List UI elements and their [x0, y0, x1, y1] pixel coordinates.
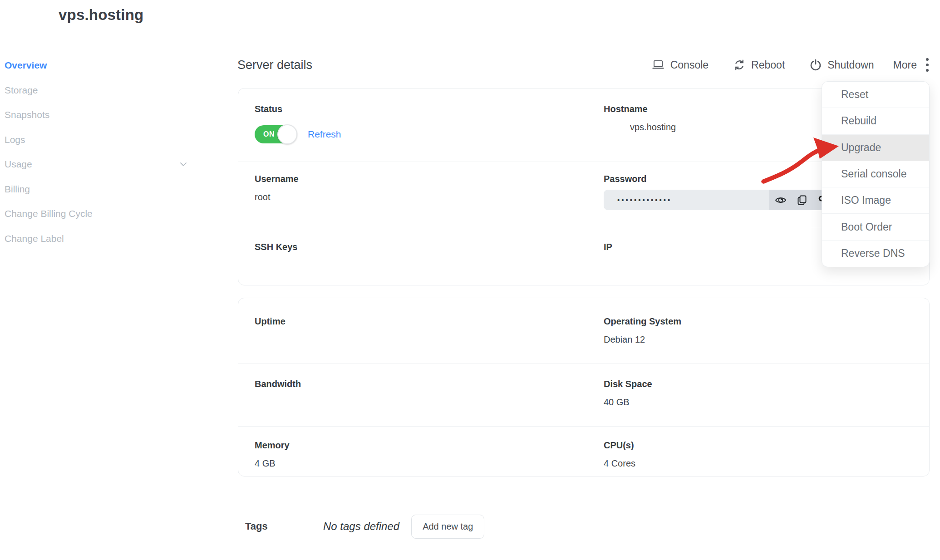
sidebar-item-change-label[interactable]: Change Label: [5, 226, 191, 251]
copy-icon[interactable]: [796, 194, 808, 206]
memory-value: 4 GB: [255, 458, 604, 469]
more-button[interactable]: More: [893, 59, 917, 71]
more-dropdown-menu: Reset Rebuild Upgrade Serial console ISO…: [822, 81, 930, 267]
uptime-label: Uptime: [255, 316, 604, 327]
server-actions-toolbar: Console Reboot Shutdown More: [617, 56, 930, 74]
page-title: vps.hosting: [59, 6, 143, 24]
vps-overview-page: vps.hosting Overview Storage Snapshots L…: [0, 0, 940, 560]
console-button[interactable]: Console: [652, 59, 709, 71]
menu-item-boot-order[interactable]: Boot Order: [822, 214, 929, 240]
kebab-menu-icon[interactable]: [924, 56, 930, 74]
bandwidth-disk-row: Bandwidth Disk Space 40 GB: [238, 364, 929, 427]
menu-item-upgrade[interactable]: Upgrade: [822, 135, 929, 161]
sidebar-item-label: Usage: [5, 159, 32, 170]
server-specs-card: Uptime Operating System Debian 12 Bandwi…: [238, 298, 930, 476]
reboot-sync-icon: [733, 59, 745, 71]
menu-item-serial-console[interactable]: Serial console: [822, 161, 929, 187]
memory-cpu-row: Memory 4 GB CPU(s) 4 Cores: [238, 427, 929, 476]
sidebar-item-change-billing-cycle[interactable]: Change Billing Cycle: [5, 201, 191, 226]
sidebar-item-overview[interactable]: Overview: [5, 53, 191, 78]
console-button-label: Console: [670, 59, 709, 71]
tags-label: Tags: [245, 521, 323, 532]
sidebar-item-snapshots[interactable]: Snapshots: [5, 103, 191, 128]
cpu-value: 4 Cores: [604, 458, 929, 469]
sidebar-item-storage[interactable]: Storage: [5, 78, 191, 103]
more-button-label: More: [893, 59, 917, 71]
os-label: Operating System: [604, 316, 929, 327]
eye-icon[interactable]: [775, 194, 787, 206]
sidebar-item-label: Snapshots: [5, 109, 49, 120]
reboot-button-label: Reboot: [751, 59, 785, 71]
toggle-on-label: ON: [255, 130, 275, 138]
disk-space-label: Disk Space: [604, 379, 929, 389]
sidebar: Overview Storage Snapshots Logs Usage Bi…: [5, 53, 191, 251]
sidebar-item-label: Billing: [5, 184, 30, 195]
chevron-down-icon: [179, 160, 188, 169]
section-title: Server details: [237, 58, 312, 72]
toggle-knob: [277, 124, 297, 144]
password-masked-value: •••••••••••••: [604, 190, 769, 210]
menu-item-reset[interactable]: Reset: [822, 82, 929, 108]
console-laptop-icon: [652, 59, 664, 70]
menu-item-reverse-dns[interactable]: Reverse DNS: [822, 241, 929, 267]
sidebar-item-label: Storage: [5, 85, 38, 96]
memory-label: Memory: [255, 440, 604, 451]
shutdown-power-icon: [810, 59, 822, 71]
sidebar-item-billing[interactable]: Billing: [5, 177, 191, 202]
ssh-keys-label: SSH Keys: [255, 242, 604, 252]
shutdown-button-label: Shutdown: [827, 59, 874, 71]
tags-section: Tags No tags defined Add new tag: [245, 513, 484, 540]
bandwidth-label: Bandwidth: [255, 379, 604, 389]
refresh-link[interactable]: Refresh: [308, 129, 341, 140]
sidebar-item-usage[interactable]: Usage: [5, 152, 191, 177]
password-field: •••••••••••••: [604, 190, 851, 210]
username-value: root: [255, 192, 604, 202]
cpu-label: CPU(s): [604, 440, 929, 451]
status-toggle[interactable]: ON: [255, 125, 296, 143]
username-label: Username: [255, 174, 604, 184]
menu-item-rebuild[interactable]: Rebuild: [822, 108, 929, 134]
reboot-button[interactable]: Reboot: [733, 59, 785, 71]
os-value: Debian 12: [604, 334, 929, 345]
disk-space-value: 40 GB: [604, 397, 929, 408]
sidebar-item-logs[interactable]: Logs: [5, 128, 191, 152]
sidebar-item-label: Change Label: [5, 233, 64, 244]
sidebar-item-label: Change Billing Cycle: [5, 208, 93, 219]
tags-empty-text: No tags defined: [323, 520, 399, 533]
add-new-tag-button[interactable]: Add new tag: [411, 515, 484, 539]
uptime-os-row: Uptime Operating System Debian 12: [238, 298, 929, 364]
sidebar-item-label: Overview: [5, 60, 47, 71]
menu-item-iso-image[interactable]: ISO Image: [822, 187, 929, 214]
shutdown-button[interactable]: Shutdown: [810, 59, 874, 71]
sidebar-item-label: Logs: [5, 134, 25, 145]
status-label: Status: [255, 104, 604, 114]
